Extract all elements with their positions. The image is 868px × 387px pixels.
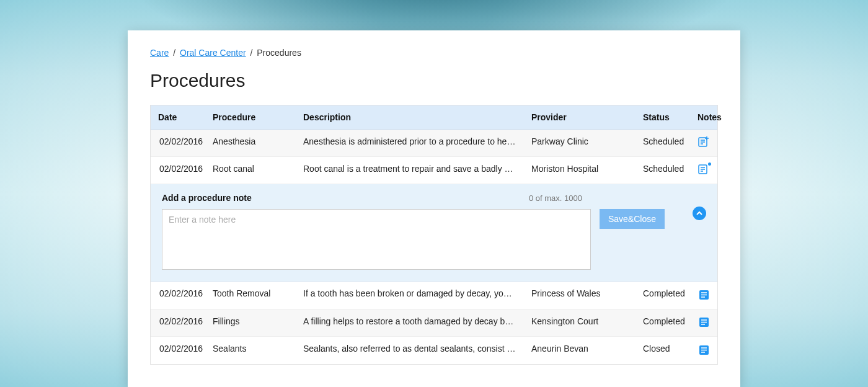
col-header-provider: Provider — [524, 105, 636, 129]
note-char-counter: 0 of max. 1000 — [529, 194, 582, 203]
breadcrumb-link-care[interactable]: Care — [150, 48, 169, 58]
add-note-icon[interactable] — [698, 164, 710, 176]
breadcrumb-link-oral-care[interactable]: Oral Care Center — [180, 48, 246, 58]
table-row[interactable]: 02/02/2016 Anesthesia Anesthesia is admi… — [151, 130, 717, 157]
note-panel-title: Add a procedure note — [162, 193, 252, 203]
cell-procedure: Anesthesia — [205, 130, 296, 156]
cell-description: Root canal is a treatment to repair and … — [296, 157, 524, 184]
table-row[interactable]: 02/02/2016 Sealants Sealants, also refer… — [151, 337, 717, 364]
cell-procedure: Root canal — [205, 157, 296, 184]
page-title: Procedures — [150, 70, 718, 91]
cell-description: A filling helps to restore a tooth damag… — [296, 309, 524, 337]
procedures-table: Date Procedure Description Provider Stat… — [150, 105, 718, 365]
cell-date: 02/02/2016 — [151, 309, 205, 337]
cell-description: Anesthesia is administered prior to a pr… — [296, 130, 524, 156]
cell-procedure: Tooth Removal — [205, 282, 296, 309]
view-note-icon[interactable] — [698, 344, 710, 356]
breadcrumb: Care / Oral Care Center / Procedures — [150, 48, 718, 58]
col-header-notes: Notes — [690, 105, 717, 129]
breadcrumb-sep: / — [250, 48, 253, 58]
main-card: Care / Oral Care Center / Procedures Pro… — [128, 30, 740, 387]
cell-provider: Princess of Wales — [524, 282, 636, 309]
cell-status: Completed — [636, 282, 690, 309]
table-row[interactable]: 02/02/2016 Root canal Root canal is a tr… — [151, 157, 717, 184]
breadcrumb-sep: / — [173, 48, 175, 58]
add-note-panel: Add a procedure note 0 of max. 1000 Save… — [151, 184, 717, 282]
cell-procedure: Sealants — [205, 337, 296, 364]
cell-provider: Moriston Hospital — [524, 157, 636, 184]
cell-procedure: Fillings — [205, 309, 296, 337]
cell-description: Sealants, also referred to as dental sea… — [296, 337, 524, 364]
cell-provider: Kensington Court — [524, 309, 636, 337]
cell-date: 02/02/2016 — [151, 337, 205, 364]
col-header-description: Description — [296, 105, 524, 129]
cell-status: Closed — [636, 337, 690, 364]
cell-provider: Aneurin Bevan — [524, 337, 636, 364]
cell-provider: Parkway Clinic — [524, 130, 636, 156]
cell-status: Completed — [636, 309, 690, 337]
table-header: Date Procedure Description Provider Stat… — [151, 105, 717, 130]
table-row[interactable]: 02/02/2016 Fillings A filling helps to r… — [151, 309, 717, 337]
cell-date: 02/02/2016 — [151, 282, 205, 309]
cell-status: Scheduled — [636, 130, 690, 156]
cell-status: Scheduled — [636, 157, 690, 184]
cell-description: If a tooth has been broken or damaged by… — [296, 282, 524, 309]
note-textarea[interactable] — [162, 209, 591, 270]
view-note-icon[interactable] — [698, 288, 710, 301]
collapse-icon[interactable] — [693, 207, 706, 220]
add-note-icon[interactable] — [698, 136, 710, 149]
table-row[interactable]: 02/02/2016 Tooth Removal If a tooth has … — [151, 282, 717, 309]
col-header-status: Status — [636, 105, 690, 129]
cell-date: 02/02/2016 — [151, 157, 205, 184]
col-header-date: Date — [151, 105, 205, 129]
cell-date: 02/02/2016 — [151, 130, 205, 156]
breadcrumb-current: Procedures — [257, 48, 301, 58]
save-close-button[interactable]: Save&Close — [600, 209, 665, 229]
col-header-procedure: Procedure — [205, 105, 296, 129]
view-note-icon[interactable] — [698, 316, 710, 329]
